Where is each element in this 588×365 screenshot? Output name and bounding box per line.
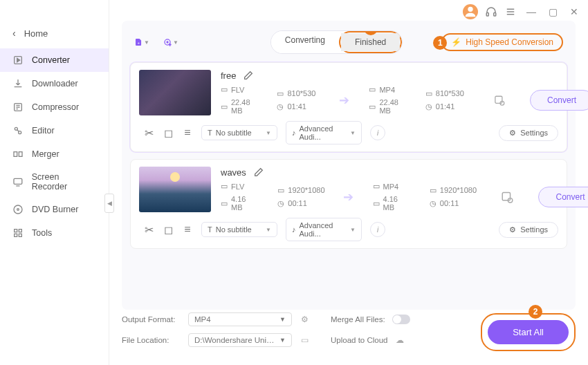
file-location-value: D:\Wondershare UniConverter 1	[194, 336, 279, 344]
convert-button[interactable]: Convert	[538, 187, 588, 207]
more-icon[interactable]: ≡	[182, 224, 193, 235]
footer: Output Format: MP4▼ ⚙ Merge All Files: F…	[122, 312, 576, 354]
step-badge-1: 1	[433, 36, 447, 50]
sidebar-item-dvd-burner[interactable]: DVD Burner	[0, 198, 109, 221]
crop-icon[interactable]: ◻	[163, 224, 174, 235]
sidebar-item-converter[interactable]: Converter	[0, 48, 109, 72]
sidebar-item-merger[interactable]: Merger	[0, 142, 109, 166]
arrow-right-icon: ➔	[339, 93, 349, 108]
dst-resolution: 810*530	[436, 89, 464, 97]
video-icon: ▭	[221, 85, 228, 94]
folder-icon: ▭	[369, 102, 376, 111]
dst-size: 22.48 MB	[379, 98, 405, 115]
file-location-select[interactable]: D:\Wondershare UniConverter 1▼	[188, 333, 292, 347]
src-size: 22.48 MB	[231, 98, 257, 115]
tab-finished-highlight: 3 Finished	[339, 31, 402, 53]
file-title: waves	[221, 167, 246, 178]
downloader-icon	[12, 78, 24, 89]
src-resolution: 1920*1080	[288, 186, 324, 194]
edit-title-icon[interactable]	[253, 167, 264, 178]
sidebar-item-label: Screen Recorder	[32, 172, 96, 191]
dst-size: 4.16 MB	[383, 195, 410, 212]
svg-rect-18	[15, 230, 17, 232]
more-icon[interactable]: ≡	[182, 127, 193, 138]
status-tabs: Converting 3 Finished	[270, 30, 403, 54]
sidebar-item-label: Merger	[32, 149, 59, 159]
dst-duration: 01:41	[436, 102, 455, 111]
content-panel: +▼ +▼ Converting 3 Finished 1 ⚡ High Spe…	[122, 21, 576, 310]
edit-title-icon[interactable]	[243, 70, 254, 81]
info-button[interactable]: i	[370, 125, 385, 140]
start-all-button[interactable]: Start All	[488, 320, 569, 344]
info-button[interactable]: i	[370, 222, 385, 237]
sidebar-item-compressor[interactable]: Compressor	[0, 95, 109, 119]
merge-toggle[interactable]	[392, 315, 410, 324]
subtitle-select[interactable]: TNo subtitle▼	[201, 222, 277, 237]
tab-finished[interactable]: Finished	[341, 33, 400, 51]
resolution-icon: ▭	[277, 186, 284, 195]
start-all-highlight: 2 Start All	[481, 313, 576, 351]
src-size: 4.16 MB	[231, 195, 258, 212]
video-icon: ▭	[373, 182, 380, 191]
chevron-down-icon: ▼	[350, 227, 356, 233]
chevron-down-icon: ▼	[279, 337, 286, 344]
sidebar-item-editor[interactable]: Editor	[0, 119, 109, 142]
audio-select[interactable]: ♪Advanced Audi...▼	[286, 218, 362, 241]
gear-icon[interactable]: ⚙	[299, 314, 310, 325]
arrow-right-icon: ➔	[343, 189, 353, 205]
src-format: FLV	[231, 86, 244, 94]
sidebar-item-tools[interactable]: Tools	[0, 221, 109, 245]
output-settings-icon[interactable]	[493, 93, 505, 107]
folder-icon[interactable]: ▭	[299, 335, 310, 346]
svg-point-24	[167, 41, 168, 43]
crop-icon[interactable]: ◻	[163, 127, 174, 138]
audio-icon: ♪	[292, 129, 296, 137]
thumbnail[interactable]	[139, 70, 211, 115]
convert-button[interactable]: Convert	[530, 90, 588, 111]
home-nav[interactable]: ‹ Home	[0, 22, 109, 48]
editor-icon	[12, 125, 24, 136]
dst-format: MP4	[383, 182, 399, 191]
audio-icon: ♪	[292, 225, 296, 234]
output-format-value: MP4	[194, 315, 211, 324]
item-settings-button[interactable]: ⚙Settings	[499, 222, 558, 238]
svg-text:+: +	[138, 41, 140, 45]
output-format-select[interactable]: MP4▼	[188, 312, 292, 326]
clock-icon: ◷	[425, 102, 432, 111]
home-label: Home	[24, 28, 48, 39]
trim-icon[interactable]: ✂	[143, 224, 154, 235]
dst-duration: 00:11	[440, 199, 459, 207]
file-title: free	[221, 71, 236, 81]
add-dvd-icon[interactable]: +▼	[163, 35, 178, 50]
video-icon: ▭	[369, 85, 376, 94]
dst-resolution: 1920*1080	[440, 186, 477, 194]
svg-rect-28	[502, 192, 510, 200]
file-location-label: File Location:	[122, 336, 181, 344]
cloud-icon[interactable]: ☁	[394, 335, 405, 346]
chevron-down-icon: ▼	[144, 39, 149, 46]
trim-icon[interactable]: ✂	[143, 127, 154, 138]
high-speed-label: High Speed Conversion	[466, 37, 553, 47]
add-file-icon[interactable]: +▼	[134, 35, 149, 50]
thumbnail[interactable]	[139, 167, 211, 212]
svg-text:+: +	[169, 42, 171, 46]
sidebar-item-screen-recorder[interactable]: Screen Recorder	[0, 166, 109, 198]
audio-select[interactable]: ♪Advanced Audi...▼	[286, 121, 362, 144]
src-duration: 00:11	[288, 199, 307, 207]
item-settings-button[interactable]: ⚙Settings	[499, 125, 558, 141]
subtitle-select[interactable]: TNo subtitle▼	[201, 125, 277, 140]
high-speed-conversion-button[interactable]: 1 ⚡ High Speed Conversion	[441, 33, 563, 51]
upload-cloud-label: Upload to Cloud	[331, 336, 387, 344]
chevron-down-icon: ▼	[173, 39, 178, 46]
svg-marker-7	[17, 58, 20, 62]
svg-point-17	[17, 209, 19, 211]
subtitle-icon: T	[208, 129, 212, 137]
tab-converting[interactable]: Converting	[271, 31, 339, 53]
gear-icon: ⚙	[509, 225, 516, 234]
clock-icon: ◷	[277, 199, 284, 208]
sidebar-item-downloader[interactable]: Downloader	[0, 72, 109, 95]
merge-label: Merge All Files:	[331, 315, 385, 324]
output-settings-icon[interactable]	[500, 190, 513, 204]
svg-rect-12	[14, 152, 17, 157]
resolution-icon: ▭	[277, 89, 284, 98]
